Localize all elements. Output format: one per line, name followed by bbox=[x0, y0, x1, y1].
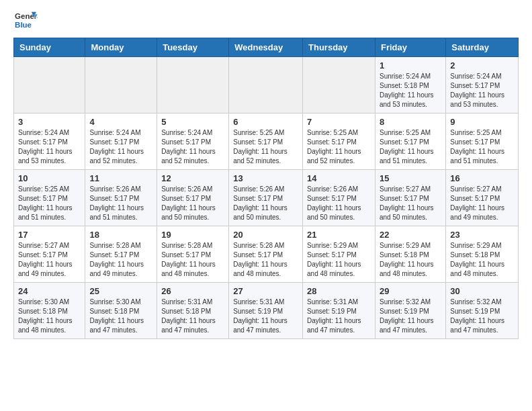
day-of-week-header: Monday bbox=[85, 38, 157, 57]
calendar-cell: 14Sunrise: 5:26 AM Sunset: 5:17 PM Dayli… bbox=[303, 170, 375, 226]
calendar-cell: 20Sunrise: 5:28 AM Sunset: 5:17 PM Dayli… bbox=[229, 226, 303, 283]
calendar-cell: 5Sunrise: 5:24 AM Sunset: 5:17 PM Daylig… bbox=[157, 113, 229, 170]
day-number: 8 bbox=[380, 117, 441, 127]
day-info: Sunrise: 5:28 AM Sunset: 5:17 PM Dayligh… bbox=[161, 241, 224, 279]
day-number: 18 bbox=[89, 230, 152, 240]
day-info: Sunrise: 5:26 AM Sunset: 5:17 PM Dayligh… bbox=[307, 185, 371, 222]
day-number: 25 bbox=[89, 286, 152, 296]
day-of-week-header: Friday bbox=[375, 38, 445, 57]
day-number: 11 bbox=[89, 173, 152, 183]
day-info: Sunrise: 5:30 AM Sunset: 5:18 PM Dayligh… bbox=[18, 298, 81, 335]
day-info: Sunrise: 5:31 AM Sunset: 5:19 PM Dayligh… bbox=[307, 298, 371, 335]
calendar-cell: 1Sunrise: 5:24 AM Sunset: 5:18 PM Daylig… bbox=[375, 57, 445, 113]
day-number: 3 bbox=[18, 117, 81, 127]
calendar-week-row: 17Sunrise: 5:27 AM Sunset: 5:17 PM Dayli… bbox=[14, 226, 519, 283]
header: General Blue bbox=[13, 11, 519, 31]
day-info: Sunrise: 5:26 AM Sunset: 5:17 PM Dayligh… bbox=[89, 185, 152, 222]
calendar-cell: 10Sunrise: 5:25 AM Sunset: 5:17 PM Dayli… bbox=[14, 170, 85, 226]
calendar-week-row: 24Sunrise: 5:30 AM Sunset: 5:18 PM Dayli… bbox=[14, 283, 519, 339]
day-info: Sunrise: 5:25 AM Sunset: 5:17 PM Dayligh… bbox=[18, 185, 81, 222]
calendar-week-row: 1Sunrise: 5:24 AM Sunset: 5:18 PM Daylig… bbox=[14, 57, 519, 113]
calendar-cell: 16Sunrise: 5:27 AM Sunset: 5:17 PM Dayli… bbox=[446, 170, 519, 226]
calendar-cell: 18Sunrise: 5:28 AM Sunset: 5:17 PM Dayli… bbox=[85, 226, 157, 283]
day-number: 27 bbox=[233, 286, 298, 296]
day-number: 10 bbox=[18, 173, 81, 183]
calendar-cell: 23Sunrise: 5:29 AM Sunset: 5:18 PM Dayli… bbox=[446, 226, 519, 283]
calendar-cell bbox=[229, 57, 303, 113]
day-info: Sunrise: 5:31 AM Sunset: 5:18 PM Dayligh… bbox=[161, 298, 224, 335]
calendar-cell: 12Sunrise: 5:26 AM Sunset: 5:17 PM Dayli… bbox=[157, 170, 229, 226]
calendar-cell: 17Sunrise: 5:27 AM Sunset: 5:17 PM Dayli… bbox=[14, 226, 85, 283]
day-info: Sunrise: 5:29 AM Sunset: 5:17 PM Dayligh… bbox=[307, 241, 371, 279]
day-info: Sunrise: 5:32 AM Sunset: 5:19 PM Dayligh… bbox=[380, 298, 441, 335]
day-info: Sunrise: 5:28 AM Sunset: 5:17 PM Dayligh… bbox=[233, 241, 298, 279]
day-number: 20 bbox=[233, 230, 298, 240]
calendar-cell bbox=[14, 57, 85, 113]
day-info: Sunrise: 5:25 AM Sunset: 5:17 PM Dayligh… bbox=[307, 128, 371, 166]
page: General Blue SundayMondayTuesdayWednesda… bbox=[0, 0, 532, 353]
day-number: 16 bbox=[450, 173, 514, 183]
day-info: Sunrise: 5:28 AM Sunset: 5:17 PM Dayligh… bbox=[89, 241, 152, 279]
day-number: 23 bbox=[450, 230, 514, 240]
day-number: 19 bbox=[161, 230, 224, 240]
day-number: 17 bbox=[18, 230, 81, 240]
day-info: Sunrise: 5:27 AM Sunset: 5:17 PM Dayligh… bbox=[380, 185, 441, 222]
day-number: 26 bbox=[161, 286, 224, 296]
day-info: Sunrise: 5:30 AM Sunset: 5:18 PM Dayligh… bbox=[89, 298, 152, 335]
day-number: 21 bbox=[307, 230, 371, 240]
day-of-week-header: Saturday bbox=[446, 38, 519, 57]
calendar-week-row: 3Sunrise: 5:24 AM Sunset: 5:17 PM Daylig… bbox=[14, 113, 519, 170]
day-number: 6 bbox=[233, 117, 298, 127]
calendar-header-row: SundayMondayTuesdayWednesdayThursdayFrid… bbox=[14, 38, 519, 57]
calendar-cell: 6Sunrise: 5:25 AM Sunset: 5:17 PM Daylig… bbox=[229, 113, 303, 170]
day-number: 30 bbox=[450, 286, 514, 296]
calendar-cell: 15Sunrise: 5:27 AM Sunset: 5:17 PM Dayli… bbox=[375, 170, 445, 226]
day-info: Sunrise: 5:32 AM Sunset: 5:19 PM Dayligh… bbox=[450, 298, 514, 335]
calendar-cell: 4Sunrise: 5:24 AM Sunset: 5:17 PM Daylig… bbox=[85, 113, 157, 170]
day-of-week-header: Wednesday bbox=[229, 38, 303, 57]
day-info: Sunrise: 5:24 AM Sunset: 5:17 PM Dayligh… bbox=[450, 72, 514, 109]
calendar-cell bbox=[157, 57, 229, 113]
calendar-cell: 19Sunrise: 5:28 AM Sunset: 5:17 PM Dayli… bbox=[157, 226, 229, 283]
day-info: Sunrise: 5:31 AM Sunset: 5:19 PM Dayligh… bbox=[233, 298, 298, 335]
calendar-cell: 25Sunrise: 5:30 AM Sunset: 5:18 PM Dayli… bbox=[85, 283, 157, 339]
calendar-cell bbox=[303, 57, 375, 113]
day-info: Sunrise: 5:24 AM Sunset: 5:17 PM Dayligh… bbox=[161, 128, 224, 166]
logo: General Blue bbox=[13, 11, 38, 31]
day-info: Sunrise: 5:26 AM Sunset: 5:17 PM Dayligh… bbox=[233, 185, 298, 222]
day-number: 9 bbox=[450, 117, 514, 127]
logo-icon: General Blue bbox=[13, 11, 38, 31]
day-info: Sunrise: 5:29 AM Sunset: 5:18 PM Dayligh… bbox=[450, 241, 514, 279]
day-info: Sunrise: 5:29 AM Sunset: 5:18 PM Dayligh… bbox=[380, 241, 441, 279]
day-number: 2 bbox=[450, 60, 514, 71]
day-number: 5 bbox=[161, 117, 224, 127]
day-number: 22 bbox=[380, 230, 441, 240]
day-info: Sunrise: 5:24 AM Sunset: 5:17 PM Dayligh… bbox=[89, 128, 152, 166]
day-number: 24 bbox=[18, 286, 81, 296]
day-info: Sunrise: 5:27 AM Sunset: 5:17 PM Dayligh… bbox=[18, 241, 81, 279]
day-info: Sunrise: 5:24 AM Sunset: 5:18 PM Dayligh… bbox=[380, 72, 441, 109]
day-info: Sunrise: 5:27 AM Sunset: 5:17 PM Dayligh… bbox=[450, 185, 514, 222]
calendar-cell: 11Sunrise: 5:26 AM Sunset: 5:17 PM Dayli… bbox=[85, 170, 157, 226]
day-info: Sunrise: 5:25 AM Sunset: 5:17 PM Dayligh… bbox=[233, 128, 298, 166]
day-number: 15 bbox=[380, 173, 441, 183]
calendar-cell: 2Sunrise: 5:24 AM Sunset: 5:17 PM Daylig… bbox=[446, 57, 519, 113]
day-number: 29 bbox=[380, 286, 441, 296]
day-number: 7 bbox=[307, 117, 371, 127]
day-number: 1 bbox=[380, 60, 441, 71]
day-number: 12 bbox=[161, 173, 224, 183]
calendar-cell: 29Sunrise: 5:32 AM Sunset: 5:19 PM Dayli… bbox=[375, 283, 445, 339]
day-info: Sunrise: 5:25 AM Sunset: 5:17 PM Dayligh… bbox=[380, 128, 441, 166]
calendar-cell: 3Sunrise: 5:24 AM Sunset: 5:17 PM Daylig… bbox=[14, 113, 85, 170]
calendar-cell: 30Sunrise: 5:32 AM Sunset: 5:19 PM Dayli… bbox=[446, 283, 519, 339]
calendar-cell: 26Sunrise: 5:31 AM Sunset: 5:18 PM Dayli… bbox=[157, 283, 229, 339]
calendar-cell: 24Sunrise: 5:30 AM Sunset: 5:18 PM Dayli… bbox=[14, 283, 85, 339]
day-number: 13 bbox=[233, 173, 298, 183]
calendar-cell: 28Sunrise: 5:31 AM Sunset: 5:19 PM Dayli… bbox=[303, 283, 375, 339]
calendar-cell: 22Sunrise: 5:29 AM Sunset: 5:18 PM Dayli… bbox=[375, 226, 445, 283]
calendar-cell: 13Sunrise: 5:26 AM Sunset: 5:17 PM Dayli… bbox=[229, 170, 303, 226]
svg-text:Blue: Blue bbox=[15, 21, 32, 29]
day-of-week-header: Sunday bbox=[14, 38, 85, 57]
calendar-week-row: 10Sunrise: 5:25 AM Sunset: 5:17 PM Dayli… bbox=[14, 170, 519, 226]
calendar-table: SundayMondayTuesdayWednesdayThursdayFrid… bbox=[13, 38, 519, 339]
